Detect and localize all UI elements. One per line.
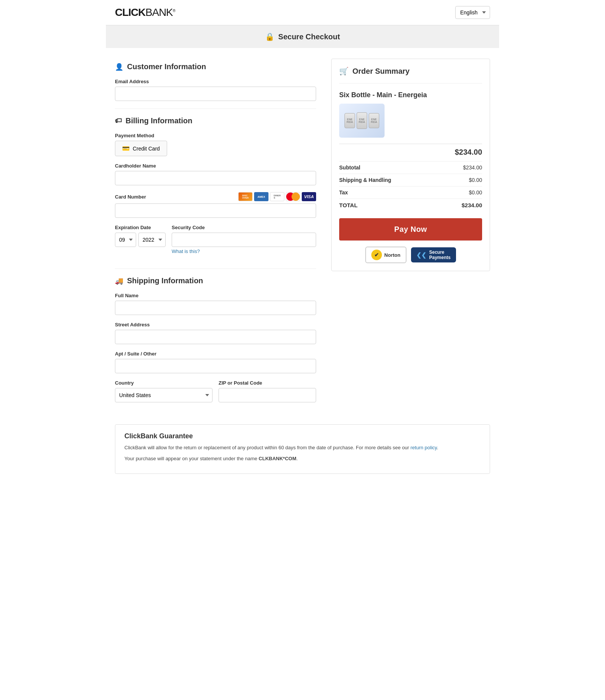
fullname-label: Full Name <box>115 293 316 298</box>
norton-label: Norton <box>384 252 400 258</box>
amex-logo: AMEX <box>254 192 268 201</box>
product-name: Six Bottle - Main - Energeia <box>339 91 482 99</box>
lock-icon: 🔒 <box>265 32 275 41</box>
secure-payments-label: Secure <box>429 250 451 255</box>
credit-card-button[interactable]: 💳 Credit Card <box>115 141 167 156</box>
what-is-this-link[interactable]: What is this? <box>172 248 316 254</box>
card-number-group: Card Number DISCOVER AMEX DINERS VISA <box>115 192 316 218</box>
street-input[interactable] <box>115 330 316 344</box>
shipping-section: 🚚 Shipping Information Full Name Street … <box>115 276 316 409</box>
shipping-label: Shipping & Handling <box>339 177 391 183</box>
secure-checkout-label: Secure Checkout <box>278 33 340 41</box>
billing-info-header: 🏷 Billing Information <box>115 116 316 125</box>
total-label: TOTAL <box>339 202 358 208</box>
pay-now-button[interactable]: Pay Now <box>339 218 482 241</box>
person-icon: 👤 <box>115 63 123 71</box>
zip-group: ZIP or Postal Code <box>219 380 316 402</box>
shipping-row: Shipping & Handling $0.00 <box>339 174 482 186</box>
main-content: 👤 Customer Information Email Address 🏷 B… <box>106 51 499 417</box>
expiry-group: Expiration Date 09 010203 040506 070810 … <box>115 225 166 247</box>
expiry-month-select[interactable]: 09 010203 040506 070810 1112 <box>115 233 136 247</box>
country-group: Country United States Canada United King… <box>115 380 213 402</box>
apt-group: Apt / Suite / Other <box>115 351 316 373</box>
visa-logo: VISA <box>302 192 316 201</box>
guarantee-title: ClickBank Guarantee <box>124 432 481 440</box>
payment-method-label: Payment Method <box>115 133 316 138</box>
logo-light: BANK <box>146 6 173 18</box>
language-select[interactable]: English <box>455 6 490 19</box>
expiry-year-select[interactable]: 2022 202320242025 202620272028 <box>138 233 166 247</box>
guarantee-box: ClickBank Guarantee ClickBank will allow… <box>115 424 490 474</box>
expiry-label: Expiration Date <box>115 225 166 230</box>
truck-icon: 🚚 <box>115 277 123 285</box>
order-divider-top <box>339 83 482 84</box>
shipping-value: $0.00 <box>469 177 482 183</box>
security-code-group: Security Code What is this? <box>172 225 316 254</box>
norton-check-icon: ✔ <box>371 250 382 260</box>
trust-badges: ✔ Norton ❮❮ Secure Payments <box>339 247 482 263</box>
cardholder-input[interactable] <box>115 171 316 185</box>
tax-value: $0.00 <box>469 189 482 196</box>
shipping-info-title: Shipping Information <box>127 276 203 285</box>
card-number-input[interactable] <box>115 203 316 218</box>
diners-logo: DINERS <box>270 192 284 201</box>
subtotal-label: Subtotal <box>339 165 360 171</box>
norton-badge: ✔ Norton <box>365 247 406 263</box>
apt-label: Apt / Suite / Other <box>115 351 316 357</box>
customer-info-title: Customer Information <box>127 62 206 71</box>
header: CLICKBANK® English <box>106 0 499 25</box>
country-label: Country <box>115 380 213 386</box>
zip-input[interactable] <box>219 388 316 402</box>
guarantee-text-1: ClickBank will allow for the return or r… <box>124 444 481 452</box>
product-price: $234.00 <box>339 144 482 157</box>
secure-arrows-icon: ❮❮ <box>416 251 426 259</box>
apt-input[interactable] <box>115 359 316 373</box>
customer-info-header: 👤 Customer Information <box>115 62 316 71</box>
card-logos: DISCOVER AMEX DINERS VISA <box>238 192 316 201</box>
credit-card-icon: 💳 <box>122 145 130 152</box>
shipping-info-header: 🚚 Shipping Information <box>115 276 316 285</box>
order-summary-header: 🛒 Order Summary <box>339 67 482 76</box>
tax-label: Tax <box>339 189 348 196</box>
logo-sup: ® <box>173 9 175 13</box>
fullname-input[interactable] <box>115 301 316 315</box>
total-row: TOTAL $234.00 <box>339 199 482 211</box>
guarantee-brand: CLKBANK*COM <box>259 456 296 461</box>
country-zip-row: Country United States Canada United King… <box>115 380 316 409</box>
tax-row: Tax $0.00 <box>339 186 482 199</box>
fullname-group: Full Name <box>115 293 316 315</box>
logo: CLICKBANK® <box>115 6 175 19</box>
zip-label: ZIP or Postal Code <box>219 380 316 386</box>
guarantee-text-2: Your purchase will appear on your statem… <box>124 455 481 463</box>
left-column: 👤 Customer Information Email Address 🏷 B… <box>115 59 331 409</box>
card-number-label: Card Number <box>115 194 146 200</box>
return-policy-link[interactable]: return policy <box>411 445 437 450</box>
product-image: ENEREIA ENEREIA ENEREIA <box>339 104 385 138</box>
credit-card-label: Credit Card <box>133 146 160 152</box>
cardholder-name-group: Cardholder Name <box>115 163 316 185</box>
order-summary-title: Order Summary <box>352 67 410 76</box>
tag-icon: 🏷 <box>115 117 122 125</box>
secure-payments-label-2: Payments <box>429 255 451 260</box>
subtotal-value: $234.00 <box>463 165 482 171</box>
divider-1 <box>115 109 316 109</box>
divider-2 <box>115 269 316 269</box>
street-group: Street Address <box>115 322 316 344</box>
mastercard-logo <box>286 192 300 201</box>
cardholder-label: Cardholder Name <box>115 163 316 169</box>
security-code-label: Security Code <box>172 225 316 230</box>
country-select[interactable]: United States Canada United Kingdom Aust… <box>115 388 213 402</box>
billing-info-title: Billing Information <box>126 116 192 125</box>
total-value: $234.00 <box>462 202 482 208</box>
email-input[interactable] <box>115 87 316 101</box>
discover-logo: DISCOVER <box>238 192 253 201</box>
cart-icon: 🛒 <box>339 67 349 76</box>
payment-method-group: Payment Method 💳 Credit Card <box>115 133 316 156</box>
secure-checkout-banner: 🔒 Secure Checkout <box>106 25 499 48</box>
order-summary-panel: 🛒 Order Summary Six Bottle - Main - Ener… <box>331 59 490 271</box>
subtotal-row: Subtotal $234.00 <box>339 161 482 174</box>
email-field-group: Email Address <box>115 79 316 101</box>
secure-payments-badge: ❮❮ Secure Payments <box>411 247 456 263</box>
security-code-input[interactable] <box>172 233 316 247</box>
logo-bold: CLICK <box>115 6 146 18</box>
